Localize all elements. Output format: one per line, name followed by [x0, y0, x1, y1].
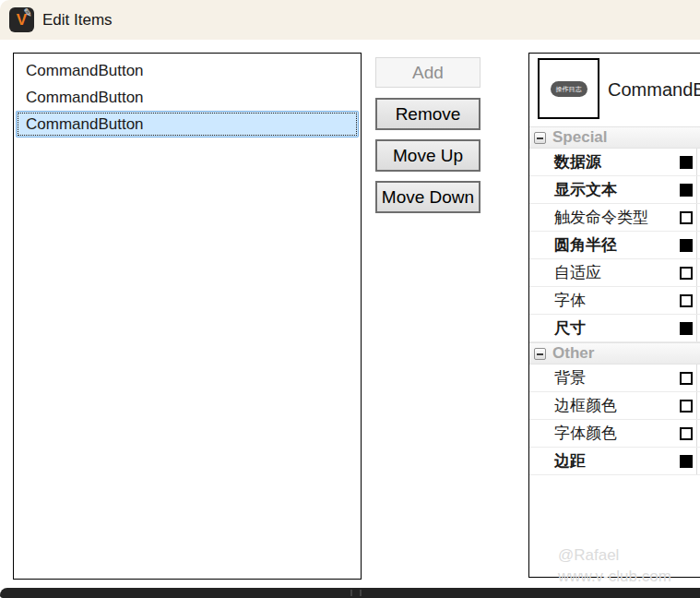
property-value-box[interactable]: [680, 427, 693, 440]
list-item[interactable]: CommandButton: [16, 111, 359, 138]
property-row[interactable]: 触发命令类型: [529, 204, 700, 232]
property-row[interactable]: 自适应: [529, 259, 700, 287]
property-value-box[interactable]: [680, 184, 693, 197]
property-value-box[interactable]: [680, 211, 693, 224]
property-value-box[interactable]: [680, 294, 693, 307]
watermark-line-1: @Rafael: [558, 546, 619, 565]
property-value-box[interactable]: [680, 267, 693, 280]
property-row[interactable]: 圆角半径: [529, 232, 700, 259]
add-button[interactable]: Add: [375, 57, 481, 88]
section-label: Other: [552, 344, 594, 363]
property-inspector: 操作日志 CommandButton Special数据源显示文本触发命令类型圆…: [528, 53, 700, 578]
property-label: 圆角半径: [554, 234, 617, 256]
collapse-icon[interactable]: [534, 348, 546, 360]
window-title: Edit Items: [42, 11, 113, 30]
watermark-line-2: www.v-club.com: [558, 568, 671, 586]
property-row[interactable]: 数据源: [529, 149, 700, 176]
property-label: 背景: [554, 367, 586, 389]
list-item[interactable]: CommandButton: [16, 84, 359, 111]
property-value-box[interactable]: [680, 400, 693, 413]
pencil-icon: ✎: [22, 6, 33, 19]
remove-button[interactable]: Remove: [375, 98, 481, 130]
property-value-box[interactable]: [680, 372, 693, 385]
property-row[interactable]: 边距: [529, 448, 700, 475]
drag-grip-icon: [350, 590, 362, 596]
property-label: 边距: [554, 450, 586, 472]
property-row[interactable]: 字体: [529, 287, 700, 315]
property-value-box[interactable]: [680, 239, 693, 252]
app-logo-icon: V ✎: [9, 7, 34, 32]
property-value-box[interactable]: [680, 156, 693, 169]
property-row[interactable]: 边框颜色: [529, 392, 700, 420]
property-row[interactable]: 显示文本: [529, 176, 700, 204]
property-row[interactable]: 字体颜色: [529, 420, 700, 448]
property-label: 触发命令类型: [554, 207, 648, 228]
property-label: 显示文本: [554, 179, 617, 200]
property-label: 尺寸: [554, 317, 586, 339]
titlebar: V ✎ Edit Items: [0, 0, 700, 40]
property-label: 数据源: [554, 151, 601, 173]
property-value-box[interactable]: [680, 322, 693, 335]
list-item[interactable]: CommandButton: [16, 57, 359, 84]
section-header: Other: [529, 342, 700, 365]
collapse-icon[interactable]: [534, 132, 546, 144]
inspector-title: CommandButton: [608, 54, 700, 126]
bottom-window-edge: [0, 588, 700, 598]
property-label: 边框颜色: [554, 395, 617, 416]
move-up-button[interactable]: Move Up: [375, 139, 481, 172]
property-row[interactable]: 尺寸: [529, 315, 700, 342]
property-label: 字体颜色: [554, 423, 617, 444]
property-label: 字体: [554, 290, 586, 311]
preview-button-pill: 操作日志: [551, 81, 587, 97]
property-value-box[interactable]: [680, 455, 693, 468]
property-grid: Special数据源显示文本触发命令类型圆角半径自适应字体尺寸Other背景边框…: [529, 126, 700, 475]
section-label: Special: [552, 128, 608, 147]
inspector-header: 操作日志 CommandButton: [529, 54, 700, 126]
move-down-button[interactable]: Move Down: [375, 181, 481, 213]
section-header: Special: [529, 126, 700, 149]
control-preview-thumbnail: 操作日志: [538, 58, 599, 119]
items-listbox[interactable]: CommandButtonCommandButtonCommandButton: [13, 53, 362, 580]
property-label: 自适应: [554, 262, 601, 283]
property-row[interactable]: 背景: [529, 365, 700, 392]
